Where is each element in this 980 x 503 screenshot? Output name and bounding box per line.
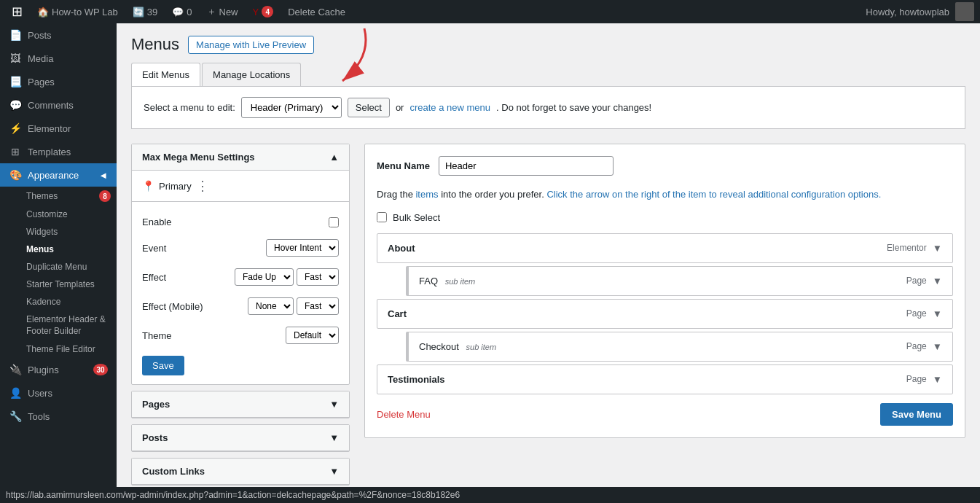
menu-item-faq: FAQ sub item Page ▼ [406, 266, 953, 296]
effect-controls: Fade Up Fast [235, 268, 339, 286]
right-panel: Menu Name Drag the items into the order … [364, 144, 965, 438]
sidebar-item-duplicate-menu[interactable]: Duplicate Menu [20, 258, 117, 276]
pages-icon: 📃 [9, 76, 22, 87]
menu-select-dropdown[interactable]: Header (Primary) [241, 97, 342, 118]
pages-panel-header[interactable]: Pages ▼ [132, 391, 349, 418]
save-menu-button[interactable]: Save Menu [880, 403, 953, 426]
menu-name-row: Menu Name [377, 156, 953, 176]
plus-icon: ＋ [207, 5, 216, 18]
effect-mobile-speed-select[interactable]: Fast [297, 297, 339, 315]
adminbar-wp-logo[interactable]: ⊞ [6, 0, 28, 23]
users-icon: 👤 [9, 387, 22, 399]
testimonials-header: Testimonials Page ▼ [377, 365, 952, 394]
sidebar-item-tools[interactable]: 🔧 Tools [0, 405, 117, 428]
sidebar: 📄 Posts 🖼 Media 📃 Pages 💬 Comments ⚡ Ele… [0, 23, 117, 503]
select-menu-label: Select a menu to edit: [144, 102, 235, 113]
cart-type: Page [906, 308, 927, 319]
enable-label: Enable [142, 217, 171, 227]
cart-header: Cart Page ▼ [377, 300, 952, 328]
event-select[interactable]: Hover Intent [266, 239, 339, 257]
chevron-down-icon: ▼ [329, 432, 339, 443]
admin-bar: ⊞ 🏠 How-to WP Lab 🔄 39 💬 0 ＋ New Y 4 Del… [0, 0, 980, 23]
tab-edit-menus[interactable]: Edit Menus [131, 63, 200, 86]
adminbar-delete-cache[interactable]: Delete Cache [282, 0, 351, 23]
cart-right: Page ▼ [906, 308, 942, 319]
sidebar-item-customize[interactable]: Customize [20, 206, 117, 223]
about-right: Elementor ▼ [887, 243, 942, 254]
create-new-menu-link[interactable]: create a new menu [409, 102, 490, 113]
tab-manage-locations[interactable]: Manage Locations [202, 63, 301, 86]
menu-footer: Delete Menu Save Menu [377, 403, 953, 426]
event-row: Event Hover Intent [142, 233, 339, 262]
testimonials-chevron-button[interactable]: ▼ [933, 374, 942, 385]
house-icon: 🏠 [37, 7, 49, 17]
delete-menu-button[interactable]: Delete Menu [377, 409, 431, 420]
adminbar-updates[interactable]: 🔄 39 [127, 0, 163, 23]
bulk-select-checkbox[interactable] [377, 212, 387, 222]
sidebar-item-themes[interactable]: Themes 8 [20, 187, 117, 206]
sidebar-item-media[interactable]: 🖼 Media [0, 47, 117, 70]
theme-select[interactable]: Default [286, 327, 339, 344]
effect-speed-select[interactable]: Fast [297, 268, 339, 286]
chevron-down-icon: ▼ [329, 399, 339, 410]
sidebar-item-elementor-header-footer[interactable]: Elementor Header & Footer Builder [20, 311, 117, 340]
elementor-icon: ⚡ [9, 122, 22, 134]
manage-with-live-preview-button[interactable]: Manage with Live Preview [188, 36, 314, 54]
two-col-layout: Max Mega Menu Settings ▲ 📍 Primary ⋮ Ena… [131, 144, 965, 491]
dots-menu-button[interactable]: ⋮ [196, 178, 209, 194]
sidebar-item-posts[interactable]: 📄 Posts [0, 23, 117, 47]
enable-checkbox[interactable] [329, 217, 339, 227]
menu-item-about: About Elementor ▼ [377, 233, 953, 263]
custom-links-panel-header[interactable]: Custom Links ▼ [132, 459, 349, 485]
sidebar-item-elementor[interactable]: ⚡ Elementor [0, 117, 117, 140]
adminbar-comments[interactable]: 💬 0 [166, 0, 197, 23]
reminder-text: . Do not forget to save your changes! [496, 102, 651, 113]
appearance-submenu: Themes 8 Customize Widgets Menus Duplica… [0, 187, 117, 358]
posts-panel: Posts ▼ [131, 424, 350, 452]
checkout-chevron-button[interactable]: ▼ [933, 341, 942, 352]
effect-select[interactable]: Fade Up [235, 268, 294, 286]
adminbar-new[interactable]: ＋ New [201, 0, 244, 23]
sidebar-item-starter-templates[interactable]: Starter Templates [20, 276, 117, 293]
sidebar-item-theme-file-editor[interactable]: Theme File Editor [20, 340, 117, 358]
bulk-select-row: Bulk Select [377, 212, 953, 223]
avatar [955, 2, 974, 21]
testimonials-right: Page ▼ [906, 374, 942, 385]
mega-menu-save-button[interactable]: Save [142, 356, 184, 375]
mega-menu-header[interactable]: Max Mega Menu Settings ▲ [132, 144, 349, 171]
cart-chevron-button[interactable]: ▼ [933, 308, 942, 319]
checkout-header: Checkout sub item Page ▼ [409, 332, 952, 361]
adminbar-yoast[interactable]: Y 4 [247, 0, 280, 23]
menu-name-input[interactable] [439, 156, 614, 176]
sidebar-item-plugins[interactable]: 🔌 Plugins 30 [0, 358, 117, 381]
cart-label: Cart [388, 308, 407, 319]
sidebar-item-widgets[interactable]: Widgets [20, 223, 117, 241]
sidebar-item-users[interactable]: 👤 Users [0, 381, 117, 405]
tabs-bar: Edit Menus Manage Locations [131, 63, 965, 87]
page-title: Menus [131, 35, 179, 54]
arrow-instruction-link[interactable]: Click the arrow on the right of the item… [546, 189, 881, 200]
about-chevron-button[interactable]: ▼ [933, 243, 942, 254]
status-url: https://lab.aamirmursleen.com/wp-admin/i… [6, 490, 460, 500]
tools-icon: 🔧 [9, 410, 22, 422]
about-type: Elementor [887, 243, 927, 253]
select-button[interactable]: Select [348, 98, 390, 117]
faq-sub-badge: sub item [445, 277, 476, 286]
faq-type: Page [906, 276, 927, 286]
sidebar-item-kadence[interactable]: Kadence [20, 293, 117, 311]
menu-item-checkout: Checkout sub item Page ▼ [406, 332, 953, 362]
effect-mobile-select[interactable]: None [248, 297, 294, 315]
sidebar-item-menus[interactable]: Menus [20, 241, 117, 258]
sidebar-item-templates[interactable]: ⊞ Templates [0, 140, 117, 163]
appearance-icon: 🎨 [9, 169, 22, 181]
sidebar-item-appearance[interactable]: 🎨 Appearance ◄ [0, 163, 117, 187]
sidebar-item-pages[interactable]: 📃 Pages [0, 70, 117, 93]
checkout-type: Page [906, 341, 927, 351]
posts-panel-header[interactable]: Posts ▼ [132, 425, 349, 451]
bulk-select-label: Bulk Select [393, 212, 440, 223]
effect-mobile-controls: None Fast [248, 297, 339, 315]
faq-chevron-button[interactable]: ▼ [933, 276, 942, 286]
adminbar-site-name[interactable]: 🏠 How-to WP Lab [31, 0, 124, 23]
chevron-down-icon: ▼ [329, 466, 339, 477]
sidebar-item-comments[interactable]: 💬 Comments [0, 93, 117, 117]
